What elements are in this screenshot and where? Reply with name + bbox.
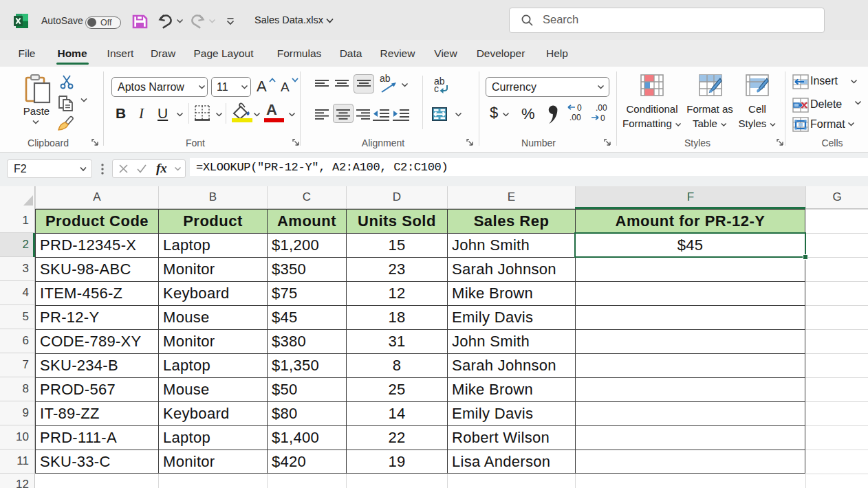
svg-text:.00: .00 xyxy=(569,113,581,122)
svg-text:0: 0 xyxy=(577,104,582,113)
svg-text:.00: .00 xyxy=(596,104,607,113)
svg-text:0: 0 xyxy=(600,113,605,122)
